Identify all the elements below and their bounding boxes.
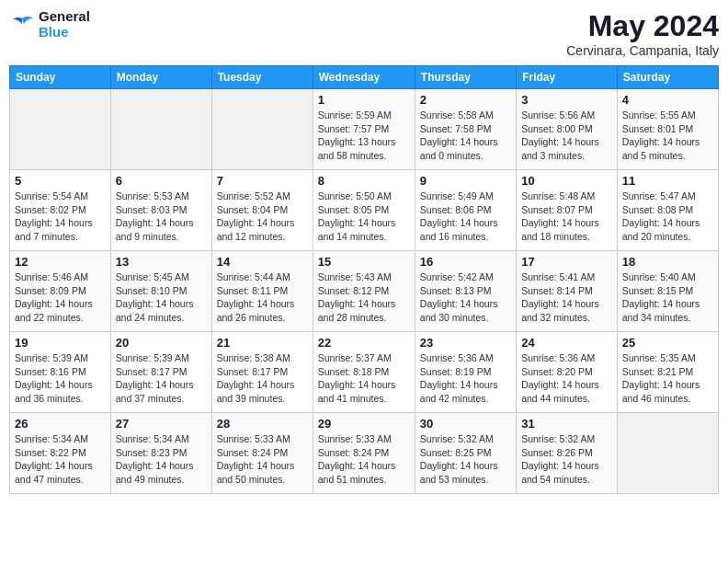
day-info: Sunrise: 5:49 AM Sunset: 8:06 PM Dayligh… (420, 190, 511, 244)
day-number: 30 (420, 417, 511, 431)
calendar-cell: 16Sunrise: 5:42 AM Sunset: 8:13 PM Dayli… (415, 251, 516, 332)
day-number: 19 (15, 336, 106, 350)
day-info: Sunrise: 5:35 AM Sunset: 8:21 PM Dayligh… (622, 351, 713, 406)
calendar-cell: 4Sunrise: 5:55 AM Sunset: 8:01 PM Daylig… (617, 89, 718, 170)
month-year-title: May 2024 (566, 9, 719, 43)
day-info: Sunrise: 5:32 AM Sunset: 8:25 PM Dayligh… (420, 432, 511, 487)
calendar-cell: 6Sunrise: 5:53 AM Sunset: 8:03 PM Daylig… (110, 170, 211, 251)
day-number: 7 (217, 174, 308, 188)
day-info: Sunrise: 5:55 AM Sunset: 8:01 PM Dayligh… (622, 109, 713, 163)
day-info: Sunrise: 5:42 AM Sunset: 8:13 PM Dayligh… (420, 270, 511, 325)
day-info: Sunrise: 5:47 AM Sunset: 8:08 PM Dayligh… (622, 190, 713, 244)
day-info: Sunrise: 5:36 AM Sunset: 8:19 PM Dayligh… (420, 351, 511, 406)
calendar-cell: 5Sunrise: 5:54 AM Sunset: 8:02 PM Daylig… (10, 170, 111, 251)
day-info: Sunrise: 5:36 AM Sunset: 8:20 PM Dayligh… (521, 351, 612, 406)
day-info: Sunrise: 5:39 AM Sunset: 8:16 PM Dayligh… (15, 351, 106, 406)
calendar-cell: 13Sunrise: 5:45 AM Sunset: 8:10 PM Dayli… (110, 251, 211, 332)
calendar-cell: 1Sunrise: 5:59 AM Sunset: 7:57 PM Daylig… (313, 89, 415, 170)
logo: General Blue (9, 9, 90, 40)
day-number: 4 (622, 93, 713, 107)
calendar-cell: 27Sunrise: 5:34 AM Sunset: 8:23 PM Dayli… (110, 413, 211, 494)
day-info: Sunrise: 5:52 AM Sunset: 8:04 PM Dayligh… (217, 190, 308, 244)
day-number: 6 (116, 174, 207, 188)
calendar-cell: 2Sunrise: 5:58 AM Sunset: 7:58 PM Daylig… (415, 89, 516, 170)
day-number: 20 (116, 336, 207, 350)
weekday-header: Monday (110, 66, 211, 89)
calendar-table: SundayMondayTuesdayWednesdayThursdayFrid… (9, 65, 719, 494)
day-info: Sunrise: 5:46 AM Sunset: 8:09 PM Dayligh… (15, 270, 106, 325)
day-number: 8 (318, 174, 410, 188)
day-info: Sunrise: 5:37 AM Sunset: 8:18 PM Dayligh… (318, 351, 410, 406)
weekday-header: Saturday (617, 66, 718, 89)
calendar-cell: 17Sunrise: 5:41 AM Sunset: 8:14 PM Dayli… (517, 251, 618, 332)
weekday-header-row: SundayMondayTuesdayWednesdayThursdayFrid… (10, 66, 719, 89)
calendar-cell: 3Sunrise: 5:56 AM Sunset: 8:00 PM Daylig… (517, 89, 618, 170)
day-number: 24 (521, 336, 612, 350)
day-number: 16 (420, 255, 511, 269)
day-info: Sunrise: 5:53 AM Sunset: 8:03 PM Dayligh… (116, 190, 207, 244)
calendar-cell: 30Sunrise: 5:32 AM Sunset: 8:25 PM Dayli… (415, 413, 516, 494)
day-info: Sunrise: 5:38 AM Sunset: 8:17 PM Dayligh… (217, 351, 308, 406)
day-number: 5 (15, 174, 106, 188)
logo-icon (9, 15, 35, 35)
day-info: Sunrise: 5:58 AM Sunset: 7:58 PM Dayligh… (420, 109, 511, 163)
weekday-header: Thursday (415, 66, 516, 89)
day-info: Sunrise: 5:44 AM Sunset: 8:11 PM Dayligh… (217, 270, 308, 325)
calendar-cell: 7Sunrise: 5:52 AM Sunset: 8:04 PM Daylig… (211, 170, 313, 251)
title-section: May 2024 Cervinara, Campania, Italy (566, 9, 719, 58)
calendar-cell: 18Sunrise: 5:40 AM Sunset: 8:15 PM Dayli… (617, 251, 718, 332)
day-info: Sunrise: 5:48 AM Sunset: 8:07 PM Dayligh… (521, 190, 612, 244)
calendar-cell (617, 413, 718, 494)
day-info: Sunrise: 5:33 AM Sunset: 8:24 PM Dayligh… (318, 432, 410, 487)
day-number: 12 (15, 255, 106, 269)
day-number: 9 (420, 174, 511, 188)
day-number: 25 (622, 336, 713, 350)
calendar-cell: 26Sunrise: 5:34 AM Sunset: 8:22 PM Dayli… (10, 413, 111, 494)
calendar-cell: 31Sunrise: 5:32 AM Sunset: 8:26 PM Dayli… (517, 413, 618, 494)
week-row: 5Sunrise: 5:54 AM Sunset: 8:02 PM Daylig… (10, 170, 719, 251)
day-info: Sunrise: 5:41 AM Sunset: 8:14 PM Dayligh… (521, 270, 612, 325)
day-number: 26 (15, 417, 106, 431)
week-row: 19Sunrise: 5:39 AM Sunset: 8:16 PM Dayli… (10, 332, 719, 413)
day-info: Sunrise: 5:45 AM Sunset: 8:10 PM Dayligh… (116, 270, 207, 325)
day-number: 31 (521, 417, 612, 431)
day-info: Sunrise: 5:33 AM Sunset: 8:24 PM Dayligh… (217, 432, 308, 487)
calendar-cell: 11Sunrise: 5:47 AM Sunset: 8:08 PM Dayli… (617, 170, 718, 251)
calendar-cell: 23Sunrise: 5:36 AM Sunset: 8:19 PM Dayli… (415, 332, 516, 413)
day-number: 11 (622, 174, 713, 188)
day-info: Sunrise: 5:43 AM Sunset: 8:12 PM Dayligh… (318, 270, 410, 325)
location-subtitle: Cervinara, Campania, Italy (566, 43, 719, 58)
day-number: 21 (217, 336, 308, 350)
day-info: Sunrise: 5:32 AM Sunset: 8:26 PM Dayligh… (521, 432, 612, 487)
day-number: 13 (116, 255, 207, 269)
calendar-cell: 22Sunrise: 5:37 AM Sunset: 8:18 PM Dayli… (313, 332, 415, 413)
calendar-cell: 9Sunrise: 5:49 AM Sunset: 8:06 PM Daylig… (415, 170, 516, 251)
day-number: 15 (318, 255, 410, 269)
day-number: 1 (318, 93, 410, 107)
weekday-header: Tuesday (211, 66, 313, 89)
day-info: Sunrise: 5:59 AM Sunset: 7:57 PM Dayligh… (318, 109, 410, 163)
weekday-header: Sunday (10, 66, 111, 89)
day-info: Sunrise: 5:54 AM Sunset: 8:02 PM Dayligh… (15, 190, 106, 244)
week-row: 12Sunrise: 5:46 AM Sunset: 8:09 PM Dayli… (10, 251, 719, 332)
day-number: 3 (521, 93, 612, 107)
day-number: 27 (116, 417, 207, 431)
week-row: 26Sunrise: 5:34 AM Sunset: 8:22 PM Dayli… (10, 413, 719, 494)
day-info: Sunrise: 5:56 AM Sunset: 8:00 PM Dayligh… (521, 109, 612, 163)
day-number: 28 (217, 417, 308, 431)
calendar-cell: 10Sunrise: 5:48 AM Sunset: 8:07 PM Dayli… (517, 170, 618, 251)
calendar-cell: 20Sunrise: 5:39 AM Sunset: 8:17 PM Dayli… (110, 332, 211, 413)
day-info: Sunrise: 5:39 AM Sunset: 8:17 PM Dayligh… (116, 351, 207, 406)
calendar-cell: 12Sunrise: 5:46 AM Sunset: 8:09 PM Dayli… (10, 251, 111, 332)
calendar-cell: 19Sunrise: 5:39 AM Sunset: 8:16 PM Dayli… (10, 332, 111, 413)
day-number: 29 (318, 417, 410, 431)
weekday-header: Wednesday (313, 66, 415, 89)
calendar-cell (110, 89, 211, 170)
calendar-cell: 21Sunrise: 5:38 AM Sunset: 8:17 PM Dayli… (211, 332, 313, 413)
calendar-cell: 28Sunrise: 5:33 AM Sunset: 8:24 PM Dayli… (211, 413, 313, 494)
day-info: Sunrise: 5:34 AM Sunset: 8:22 PM Dayligh… (15, 432, 106, 487)
weekday-header: Friday (517, 66, 618, 89)
calendar-cell: 8Sunrise: 5:50 AM Sunset: 8:05 PM Daylig… (313, 170, 415, 251)
calendar-cell (211, 89, 313, 170)
calendar-cell (10, 89, 111, 170)
